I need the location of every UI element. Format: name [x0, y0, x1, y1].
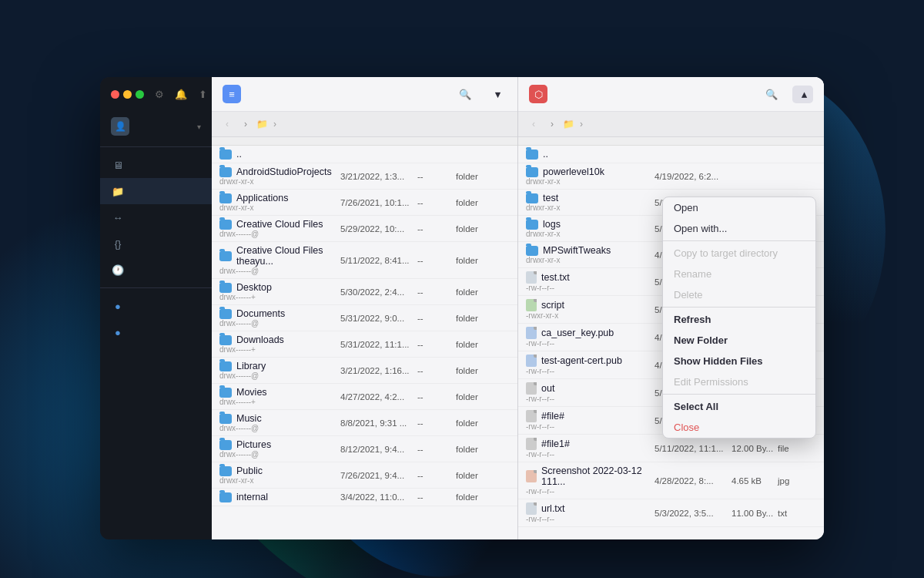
forward-button[interactable]: ›: [238, 116, 253, 132]
folder-icon: [219, 167, 232, 177]
maximize-button[interactable]: [136, 90, 144, 99]
close-button[interactable]: [111, 90, 119, 99]
file-name-cell: ..: [219, 149, 340, 160]
file-name: Creative Cloud Files: [236, 219, 323, 230]
file-name-row: Movies: [219, 387, 340, 398]
file-name-cell: Library drwx------@: [219, 361, 340, 380]
context-menu-item-select-all[interactable]: Select All: [663, 396, 815, 417]
file-name-row: Pictures: [219, 439, 340, 450]
remote-back-button[interactable]: ‹: [526, 116, 541, 132]
table-row[interactable]: Movies drwx------+ 4/27/2022, 4:2... -- …: [212, 384, 517, 410]
sidebar-item-snippets[interactable]: {}: [100, 230, 212, 257]
table-row[interactable]: Pictures drwx------@ 8/12/2021, 9:4... -…: [212, 436, 517, 462]
context-menu-item-edit-permissions[interactable]: Edit Permissions: [663, 371, 815, 392]
file-name: Library: [236, 361, 266, 371]
table-row[interactable]: internal 3/4/2022, 11:0... -- folder: [212, 489, 517, 506]
traffic-lights: [111, 90, 144, 99]
minimize-button[interactable]: [123, 90, 132, 99]
remote-breadcrumb-home[interactable]: 📁: [563, 119, 577, 129]
table-row[interactable]: url.txt -rw-r--r-- 5/3/2022, 3:5... 11.0…: [518, 499, 824, 527]
table-row[interactable]: powerlevel10k drwxr-xr-x 4/19/2022, 6:2.…: [518, 163, 824, 190]
file-kind: folder: [456, 198, 510, 207]
context-menu-item-show-hidden-files[interactable]: Show Hidden Files: [663, 351, 815, 371]
table-row[interactable]: Library drwx------@ 3/21/2022, 1:16... -…: [212, 358, 517, 384]
file-meta: drwxr-xr-x: [526, 230, 654, 238]
context-menu-item-delete[interactable]: Delete: [663, 284, 815, 305]
context-menu-item-copy-to-target-directory[interactable]: Copy to target directory: [663, 243, 815, 264]
file-date: 3/21/2022, 1:16...: [340, 366, 417, 375]
sidebar-item-sftp[interactable]: 📁: [100, 178, 212, 204]
sidebar-item-db[interactable]: ●: [100, 319, 212, 345]
table-row[interactable]: Applications drwxr-xr-x 7/26/2021, 10:1.…: [212, 190, 517, 216]
folder-icon: [526, 150, 538, 160]
table-row[interactable]: Creative Cloud Files theayu... drwx-----…: [212, 242, 517, 279]
file-name-row: ..: [526, 149, 654, 160]
context-menu-item-new-folder[interactable]: New Folder: [663, 330, 815, 351]
search-icon: 🔍: [765, 89, 778, 100]
table-row[interactable]: #file1# -rw-r--r-- 5/11/2022, 11:1... 12…: [518, 435, 824, 462]
file-date: 5/3/2022, 3:5...: [654, 509, 732, 518]
context-menu-item-close[interactable]: Close: [663, 417, 815, 438]
sidebar-item-dev[interactable]: ●: [100, 293, 212, 319]
back-button[interactable]: ‹: [219, 116, 235, 132]
file-size: --: [417, 314, 456, 323]
share-icon[interactable]: ⬆: [195, 86, 210, 102]
sidebar-item-hosts[interactable]: 🖥: [100, 152, 212, 178]
file-kind: folder: [456, 418, 510, 428]
table-row[interactable]: Downloads drwx------+ 5/31/2022, 11:1...…: [212, 331, 517, 358]
sidebar-item-history[interactable]: 🕐: [100, 257, 212, 283]
context-menu-item-refresh[interactable]: Refresh: [663, 309, 815, 330]
context-menu-item-open[interactable]: Open: [663, 197, 815, 218]
table-row[interactable]: Music drwx------@ 8/8/2021, 9:31 ... -- …: [212, 410, 517, 436]
local-panel-icon: ≡: [223, 85, 241, 103]
remote-actions-button[interactable]: ▴: [792, 86, 813, 103]
file-meta: drwx------@: [219, 319, 340, 328]
file-date: 7/26/2021, 10:1...: [340, 198, 417, 207]
context-menu-item-open-with...[interactable]: Open with...: [663, 218, 815, 239]
file-date: 4/19/2022, 6:2...: [654, 172, 732, 181]
file-name-row: Creative Cloud Files: [219, 219, 340, 230]
file-name: Applications: [236, 193, 288, 203]
file-date: 8/8/2021, 9:31 ...: [340, 418, 417, 428]
file-meta: drwxr-xr-x: [526, 177, 654, 186]
file-name-cell: test.txt -rw-r--r--: [526, 271, 654, 292]
local-filter-button[interactable]: 🔍: [454, 86, 480, 102]
file-kind: folder: [456, 340, 510, 349]
file-name-cell: Creative Cloud Files drwx------@: [219, 219, 340, 238]
table-row[interactable]: Creative Cloud Files drwx------@ 5/29/20…: [212, 216, 517, 242]
table-row[interactable]: ..: [212, 146, 517, 163]
file-name-row: Music: [219, 413, 340, 424]
file-kind: folder: [456, 366, 510, 375]
table-row[interactable]: ..: [518, 146, 824, 163]
file-size: --: [417, 224, 456, 234]
file-name: Public: [236, 465, 263, 476]
context-menu-item-rename[interactable]: Rename: [663, 264, 815, 284]
sidebar-divider: [100, 146, 212, 147]
table-row[interactable]: Public drwxr-xr-x 7/26/2021, 9:4... -- f…: [212, 462, 517, 489]
local-actions-button[interactable]: ▾: [486, 86, 507, 103]
settings-icon[interactable]: ⚙: [152, 86, 167, 102]
txt-icon: [526, 271, 537, 284]
table-row[interactable]: Desktop drwx------+ 5/30/2022, 2:4... --…: [212, 279, 517, 305]
file-meta: -rw-r--r--: [526, 515, 654, 523]
pub-icon: [526, 355, 537, 367]
file-name-row: Downloads: [219, 334, 340, 345]
local-file-list: .. AndroidStudioProjects drwxr-xr-x 3/21…: [212, 146, 517, 539]
sidebar-item-port-forwarding[interactable]: ↔: [100, 204, 212, 230]
breadcrumb-users[interactable]: 📁: [256, 119, 270, 129]
team-vault-icon: 👤: [111, 117, 129, 136]
file-name: Downloads: [236, 334, 284, 345]
table-row[interactable]: Documents drwx------@ 5/31/2022, 9:0... …: [212, 305, 517, 331]
remote-filter-button[interactable]: 🔍: [761, 86, 786, 102]
table-row[interactable]: AndroidStudioProjects drwxr-xr-x 3/21/20…: [212, 163, 517, 190]
remote-forward-button[interactable]: ›: [544, 116, 560, 132]
team-vault[interactable]: 👤 ▾: [100, 111, 212, 142]
sidebar-icons: ⚙ 🔔 ⬆: [152, 86, 210, 102]
script-icon: [526, 299, 537, 311]
folder-icon: 📁: [256, 119, 268, 129]
table-row[interactable]: Screenshot 2022-03-12 111... -rw-r--r-- …: [518, 462, 824, 499]
file-date: 4/27/2022, 4:2...: [340, 392, 417, 402]
file-name-cell: out -rw-r--r--: [526, 382, 654, 403]
file-name: powerlevel10k: [543, 166, 604, 177]
bell-icon[interactable]: 🔔: [173, 86, 189, 102]
